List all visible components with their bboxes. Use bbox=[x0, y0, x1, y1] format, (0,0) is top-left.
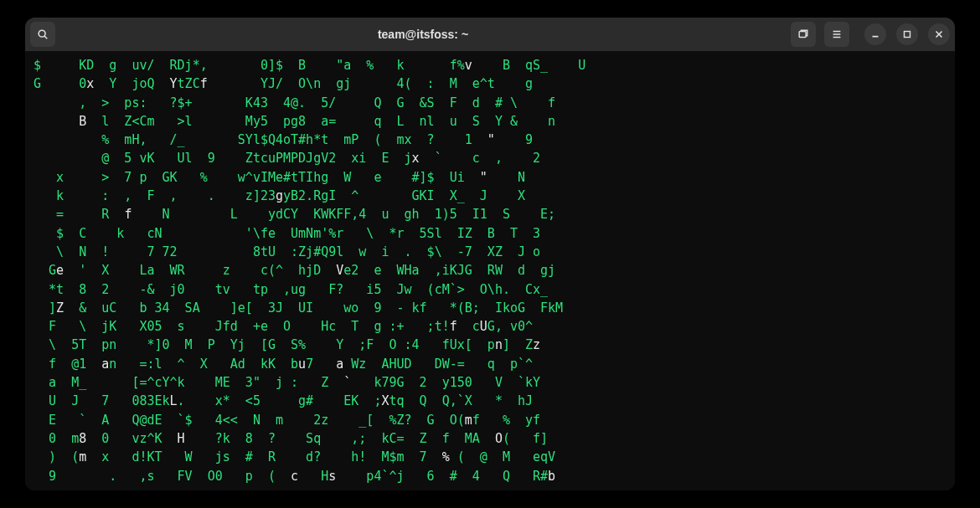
close-button[interactable] bbox=[928, 23, 950, 45]
minimize-button[interactable] bbox=[864, 23, 886, 45]
search-button[interactable] bbox=[30, 22, 55, 47]
terminal-window: team@itsfoss: ~ bbox=[25, 18, 955, 490]
svg-rect-2 bbox=[799, 32, 806, 38]
maximize-icon bbox=[901, 28, 913, 40]
window-title: team@itsfoss: ~ bbox=[55, 28, 791, 41]
menu-button[interactable] bbox=[824, 22, 849, 47]
svg-point-0 bbox=[39, 30, 45, 37]
terminal-output: $ KD g uv/ RDj*, 0]$ B "a % k f%v B qS_ … bbox=[25, 51, 955, 490]
close-icon bbox=[933, 28, 945, 40]
maximize-button[interactable] bbox=[896, 23, 918, 45]
tab-icon bbox=[797, 28, 809, 40]
hamburger-icon bbox=[831, 28, 843, 40]
search-icon bbox=[37, 28, 49, 40]
svg-rect-7 bbox=[905, 32, 910, 38]
titlebar: team@itsfoss: ~ bbox=[25, 18, 955, 51]
svg-line-1 bbox=[44, 36, 47, 38]
minimize-icon bbox=[869, 28, 881, 40]
new-tab-button[interactable] bbox=[791, 22, 816, 47]
